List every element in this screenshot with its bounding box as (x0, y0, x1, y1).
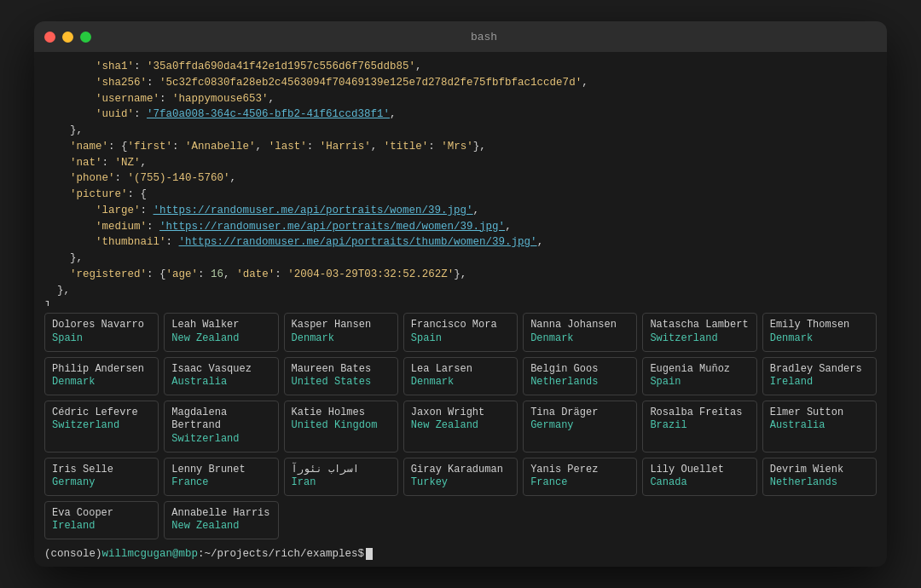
traffic-lights (44, 32, 91, 43)
code-block: 'sha1': '35a0ffda690da41f42e1d1957c556d6… (44, 59, 877, 306)
code-line: 'sha1': '35a0ffda690da41f42e1d1957c556d6… (44, 59, 877, 75)
user-card[interactable]: Francisco MoraSpain (403, 313, 518, 351)
user-name: Elmer Sutton (770, 406, 869, 420)
console-label: (console) (44, 548, 102, 560)
user-card[interactable]: Emily ThomsenDenmark (762, 313, 877, 351)
user-card[interactable]: Natascha LambertSwitzerland (642, 313, 756, 351)
user-grid-section: Dolores NavarroSpainLeah WalkerNew Zeala… (34, 306, 887, 543)
user-card[interactable]: Magdalena BertrandSwitzerland (164, 401, 278, 453)
user-name: Francisco Mora (411, 319, 510, 332)
user-card[interactable]: Bradley SandersIreland (762, 357, 877, 395)
terminal-window: bash 'sha1': '35a0ffda690da41f42e1d1957c… (34, 21, 887, 567)
user-card[interactable]: Nanna JohansenDenmark (523, 313, 637, 351)
user-name: Rosalba Freitas (650, 406, 749, 420)
maximize-button[interactable] (80, 32, 91, 43)
user-card[interactable]: Lenny BrunetFrance (164, 458, 278, 496)
user-name: Katie Holmes (292, 406, 391, 420)
user-country: Germany (530, 419, 629, 433)
user-card[interactable]: Yanis PerezFrance (523, 458, 637, 496)
user-card[interactable]: Belgin GoosNetherlands (523, 357, 637, 395)
user-country: United States (292, 376, 391, 389)
user-country: United Kingdom (292, 419, 391, 433)
user-card[interactable]: Cédric LefevreSwitzerland (44, 401, 159, 453)
user-card[interactable]: Eugenia MuñozSpain (642, 357, 756, 395)
user-name: Jaxon Wright (411, 406, 510, 420)
code-line: }, (44, 283, 877, 299)
user-name: Lily Ouellet (650, 464, 749, 477)
user-card[interactable]: Iris SelleGermany (44, 458, 159, 496)
minimize-button[interactable] (62, 32, 73, 43)
prompt-user: willmcgugan@mbp (102, 548, 199, 560)
user-card[interactable]: Kasper HansenDenmark (284, 313, 398, 351)
user-card[interactable]: Maureen BatesUnited States (284, 357, 398, 395)
user-country: Iran (292, 476, 391, 490)
user-name: Giray Karaduman (411, 464, 510, 477)
user-name: Lea Larsen (411, 363, 510, 377)
user-country: Denmark (292, 332, 391, 346)
user-card[interactable]: Devrim WienkNetherlands (762, 458, 877, 496)
user-name: Cédric Lefevre (52, 406, 151, 420)
code-line: ] (44, 298, 877, 306)
user-name: Yanis Perez (530, 464, 629, 477)
user-country: Denmark (52, 376, 151, 389)
user-country: France (530, 476, 629, 490)
user-card[interactable]: Lea LarsenDenmark (403, 357, 518, 395)
user-country: Ireland (770, 376, 869, 389)
user-card[interactable]: Lily OuelletCanada (642, 458, 756, 496)
user-country: Denmark (530, 332, 629, 346)
user-card[interactable]: Tina DrägerGermany (523, 401, 637, 453)
user-name: Iris Selle (52, 464, 151, 477)
user-card[interactable]: Jaxon WrightNew Zealand (403, 401, 518, 453)
user-card[interactable]: Annabelle HarrisNew Zealand (164, 501, 278, 539)
user-name: Isaac Vasquez (171, 363, 270, 377)
user-name: اسراب نئورآ (292, 464, 391, 477)
user-name: Maureen Bates (292, 363, 391, 377)
code-line: 'nat': 'NZ', (44, 155, 877, 171)
user-country: Denmark (411, 376, 510, 389)
user-country: Spain (411, 332, 510, 346)
user-name: Natascha Lambert (650, 319, 749, 332)
user-name: Belgin Goos (530, 363, 629, 377)
user-country: Germany (52, 476, 151, 490)
user-name: Dolores Navarro (52, 319, 151, 332)
user-name: Leah Walker (171, 319, 270, 332)
user-card[interactable]: Rosalba FreitasBrazil (642, 401, 756, 453)
user-name: Devrim Wienk (770, 464, 869, 477)
titlebar: bash (34, 21, 887, 52)
user-country: Turkey (411, 476, 510, 490)
user-card[interactable]: Isaac VasquezAustralia (164, 357, 278, 395)
code-line: 'sha256': '5c32fc0830fa28eb2c4563094f704… (44, 75, 877, 91)
user-name: Tina Dräger (530, 406, 629, 420)
user-card[interactable]: Dolores NavarroSpain (44, 313, 159, 351)
user-card[interactable]: Katie HolmesUnited Kingdom (284, 401, 398, 453)
code-line: 'picture': { (44, 187, 877, 203)
user-country: Switzerland (52, 419, 151, 433)
user-name: Eva Cooper (52, 507, 151, 521)
code-line: 'username': 'happymouse653', (44, 91, 877, 107)
user-card[interactable]: Elmer SuttonAustralia (762, 401, 877, 453)
window-title: bash (91, 31, 877, 43)
terminal-body[interactable]: 'sha1': '35a0ffda690da41f42e1d1957c556d6… (34, 52, 887, 306)
user-country: Ireland (52, 520, 151, 533)
cursor (366, 548, 373, 560)
user-country: New Zealand (171, 520, 270, 533)
user-country: Denmark (770, 332, 869, 346)
user-country: Spain (52, 332, 151, 346)
user-card[interactable]: Leah WalkerNew Zealand (164, 313, 278, 351)
user-country: Australia (770, 419, 869, 433)
user-name: Bradley Sanders (770, 363, 869, 377)
code-line: }, (44, 123, 877, 139)
user-name: Philip Andersen (52, 363, 151, 377)
user-card[interactable]: Philip AndersenDenmark (44, 357, 159, 395)
prompt-path: :~/projects/rich/examples$ (198, 548, 364, 560)
user-card[interactable]: اسراب نئورآIran (284, 458, 398, 496)
user-country: New Zealand (171, 332, 270, 346)
user-name: Annabelle Harris (171, 507, 270, 521)
user-card[interactable]: Eva CooperIreland (44, 501, 159, 539)
close-button[interactable] (44, 32, 55, 43)
user-card[interactable]: Giray KaradumanTurkey (403, 458, 518, 496)
user-name: Kasper Hansen (292, 319, 391, 332)
user-name: Lenny Brunet (171, 464, 270, 477)
prompt-line: (console) willmcgugan@mbp:~/projects/ric… (34, 543, 887, 567)
user-country: Canada (650, 476, 749, 490)
